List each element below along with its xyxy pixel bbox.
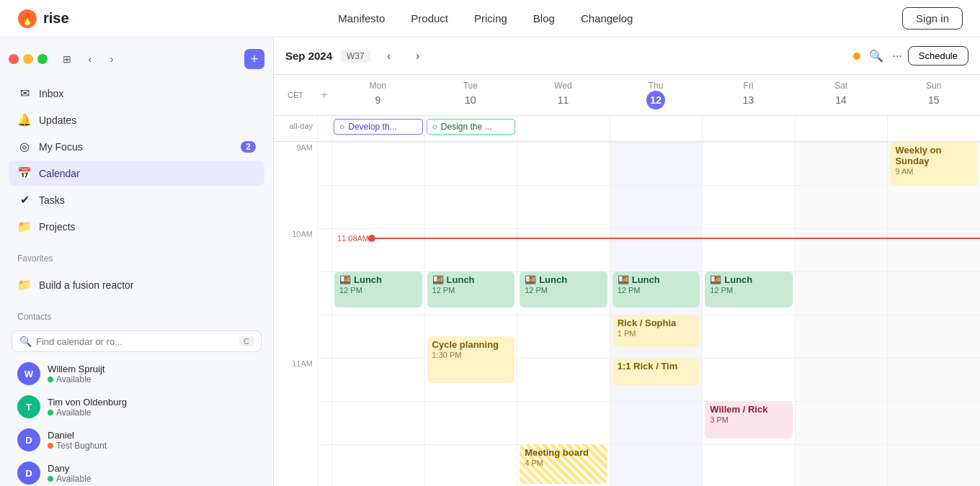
nav-changelog[interactable]: Changelog — [581, 12, 633, 24]
contact-name-daniel: Daniel — [48, 430, 107, 441]
allday-thu — [610, 116, 703, 141]
cal-event-6[interactable]: Rick / Sophia1 PM — [612, 315, 700, 347]
time-slot-3 — [274, 271, 317, 315]
hour-cell-d2-h6 — [517, 401, 610, 444]
favorites-label: Favorites — [0, 245, 273, 266]
allday-event-develop[interactable]: ○ Develop th... — [334, 119, 423, 135]
sidebar-item-tasks[interactable]: ✔ Tasks — [9, 187, 264, 212]
cal-event-9[interactable]: Willem / Rick3 PM — [705, 401, 793, 438]
myfocus-badge: 2 — [241, 141, 256, 153]
nav-pricing[interactable]: Pricing — [474, 12, 507, 24]
contact-avatar-dany: D — [17, 462, 40, 485]
svg-text:🔥: 🔥 — [20, 12, 35, 26]
tasks-icon: ✔ — [17, 193, 32, 207]
cal-event-11[interactable]: Weekly on Sunday9 AM — [890, 142, 978, 185]
hour-cell-d0-h5 — [332, 358, 424, 401]
hour-cell-d3-h2 — [610, 228, 703, 271]
event-title-5: 🍱Lunch — [618, 274, 695, 285]
cal-event-2[interactable]: Cycle planning1:30 PM — [427, 336, 515, 383]
event-title-3: 🍱Lunch — [525, 274, 602, 285]
allday-row: all-day ○ Develop th... ○ Design the ... — [274, 116, 980, 142]
contact-dany[interactable]: D Dany Available — [12, 457, 262, 486]
calendar-grid: CET + Mon 9 Tue 10 Wed 11 Thu — [274, 75, 980, 486]
cal-event-7[interactable]: 1:1 Rick / Tim — [612, 358, 700, 385]
cal-prev-btn[interactable]: ‹ — [379, 46, 399, 66]
hour-cell-d5-h0 — [796, 142, 888, 185]
event-emoji-8: 🍱 — [710, 274, 721, 285]
hour-cell-d1-h6 — [425, 401, 517, 444]
allday-mon: ○ Develop th... — [331, 116, 424, 141]
day-col-3: 🍱Lunch12 PMRick / Sophia1 PM1:1 Rick / T… — [610, 142, 703, 486]
event-emoji-5: 🍱 — [618, 274, 629, 285]
event-title-8: 🍱Lunch — [710, 274, 788, 285]
contacts-search-icon: 🔍 — [19, 336, 32, 347]
hour-cell-d5-h5 — [796, 358, 888, 401]
allday-tue: ○ Design the ... — [424, 116, 517, 141]
contact-daniel[interactable]: D Daniel Test Bughunt — [12, 424, 262, 456]
favorite-fusion-reactor[interactable]: 📁 Build a fusion reactor — [9, 272, 264, 297]
cal-event-1[interactable]: 🍱Lunch12 PM — [427, 271, 515, 307]
hour-cell-d6-h7 — [888, 444, 980, 486]
allday-event-design[interactable]: ○ Design the ... — [427, 119, 516, 135]
tz-label: CET — [274, 75, 317, 115]
cal-schedule-btn[interactable]: Schedule — [908, 46, 968, 66]
nav-blog[interactable]: Blog — [533, 12, 555, 24]
window-minimize-btn[interactable] — [23, 54, 33, 64]
day-header-tue: Tue 10 — [424, 75, 517, 115]
contact-tim[interactable]: T Tim von Oldenburg Available — [12, 391, 262, 423]
hour-cell-d3-h6 — [610, 401, 703, 444]
time-slot-0: 9AM — [274, 142, 317, 185]
hour-cell-d0-h1 — [332, 185, 424, 228]
hour-cell-d0-h6 — [332, 401, 424, 444]
sidebar-item-inbox[interactable]: ✉ Inbox — [9, 81, 264, 106]
cal-event-5[interactable]: 🍱Lunch12 PM — [612, 271, 700, 307]
status-dot-tim — [48, 410, 53, 415]
contacts-search-input[interactable] — [36, 336, 235, 347]
add-col-btn[interactable]: + — [321, 89, 327, 102]
window-close-btn[interactable] — [9, 54, 19, 64]
event-title-11: Weekly on Sunday — [895, 145, 973, 166]
hour-cell-d3-h0 — [610, 142, 703, 185]
myfocus-icon: ◎ — [17, 140, 32, 153]
contact-willem[interactable]: W Willem Spruijt Available — [12, 358, 262, 390]
cal-search-btn[interactable]: 🔍 — [866, 46, 886, 66]
nav-product[interactable]: Product — [411, 12, 448, 24]
forward-btn[interactable]: › — [102, 50, 121, 68]
sidebar-item-calendar[interactable]: 📅 Calendar — [9, 161, 264, 186]
sidebar-item-updates[interactable]: 🔔 Updates — [9, 107, 264, 132]
cal-event-3[interactable]: 🍱Lunch12 PM — [520, 271, 607, 307]
contact-name-tim: Tim von Oldenburg — [48, 397, 127, 408]
day-col-6: Weekly on Sunday9 AM — [887, 142, 980, 486]
cal-event-4[interactable]: Meeting board4 PM — [520, 444, 607, 484]
time-slot-7 — [274, 444, 317, 486]
cal-event-8[interactable]: 🍱Lunch12 PM — [705, 271, 793, 307]
hour-cell-d6-h5 — [888, 358, 980, 401]
contacts-label: Contacts — [0, 303, 273, 325]
logo[interactable]: 🔥 rise — [17, 9, 69, 29]
sign-in-button[interactable]: Sign in — [902, 7, 963, 30]
allday-event-develop-title: Develop th... — [348, 122, 396, 132]
day-header-fri: Fri 13 — [702, 75, 795, 115]
event-title-0: 🍱Lunch — [339, 274, 417, 285]
sidebar-item-projects[interactable]: 📁 Projects — [9, 214, 264, 239]
hour-cell-d0-h4 — [332, 315, 424, 358]
event-title-4: Meeting board — [525, 447, 602, 458]
nav-manifesto[interactable]: Manifesto — [338, 12, 385, 24]
cal-more-btn[interactable]: ··· — [892, 50, 901, 63]
sidebar-layout-btn[interactable]: ⊞ — [58, 50, 76, 68]
add-button[interactable]: + — [244, 49, 264, 69]
contacts-search-box[interactable]: 🔍 C — [12, 330, 262, 352]
cal-event-0[interactable]: 🍱Lunch12 PM — [334, 271, 422, 307]
hour-cell-d0-h2 — [332, 228, 424, 271]
cal-next-btn[interactable]: › — [408, 46, 428, 66]
nav-links: Manifesto Product Pricing Blog Changelog — [338, 12, 633, 24]
contact-avatar-willem: W — [17, 362, 40, 385]
favorite-label: Build a fusion reactor — [39, 279, 134, 291]
contact-info-dany: Dany Available — [48, 463, 91, 484]
sidebar-item-myfocus[interactable]: ◎ My Focus 2 — [9, 134, 264, 159]
sidebar-nav: ✉ Inbox 🔔 Updates ◎ My Focus 2 📅 Calenda… — [0, 75, 273, 245]
allday-sat — [795, 116, 888, 141]
window-maximize-btn[interactable] — [37, 54, 48, 64]
hour-cell-d4-h4 — [703, 315, 795, 358]
back-btn[interactable]: ‹ — [81, 50, 99, 68]
